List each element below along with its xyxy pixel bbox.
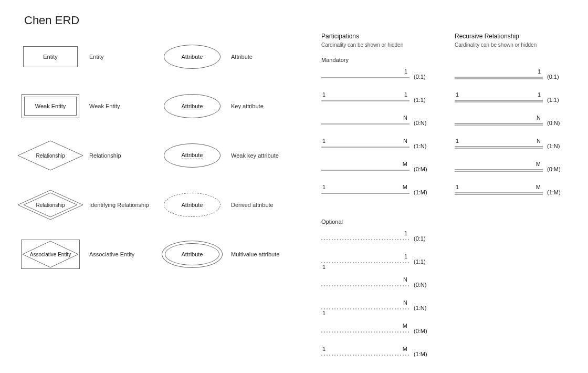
derived-attribute-ellipse: Attribute (164, 193, 220, 217)
cardinality-line: 1M(1:M) (321, 347, 437, 370)
cardinality-left: 1 (456, 184, 459, 190)
recursive-sub: Cardinality can be shown or hidden (455, 42, 537, 48)
identifying-relationship-diamond: Relationship (32, 186, 69, 223)
cardinality-line: 11(1:1) (321, 92, 437, 116)
cardinality-line: N(0:N) (321, 277, 437, 301)
cardinality-left: 1 (456, 91, 459, 98)
cardinality-right: N (397, 299, 407, 306)
cardinality-line: M(0:M) (455, 162, 570, 185)
cardinality-ratio: (1:N) (414, 143, 426, 149)
entity-rect: Entity (23, 46, 78, 67)
derived-attribute-shape: Attribute (161, 190, 224, 220)
legend-row: Associative Entity Associative Entity At… (19, 240, 313, 269)
cardinality-ratio: (0:N) (414, 120, 426, 126)
shape-label: Weak Entity (35, 103, 66, 109)
shape-desc: Identifying Relationship (89, 202, 158, 208)
cardinality-right: N (397, 115, 407, 121)
shape-desc: Weak Entity (89, 103, 158, 109)
shape-label: Attribute (182, 152, 203, 159)
shape-desc: Entity (89, 54, 158, 60)
participations-heading: Participations (321, 33, 359, 40)
shape-label: Relationship (17, 190, 83, 220)
shape-label: Associative Entity (30, 252, 71, 257)
participations-sub: Cardinality can be shown or hidden (321, 42, 403, 48)
mandatory-lines: 1(0:1)11(1:1)N(0:N)1N(1:N)M(0:M)1M(1:M) (321, 69, 437, 208)
weak-key-attribute-ellipse: Attribute (164, 143, 220, 168)
recursive-heading: Recursive Relationship (455, 33, 519, 40)
multivalue-outer: Attribute (162, 241, 223, 268)
shape-label: Entity (43, 54, 58, 60)
cardinality-line: 1(0:1) (455, 69, 570, 92)
cardinality-right: 1 (530, 68, 541, 75)
cardinality-right: N (397, 276, 407, 283)
cardinality-right: M (397, 323, 407, 329)
cardinality-line: 1(0:1) (321, 69, 437, 92)
legend-row: Relationship Identifying Relationship At… (19, 190, 313, 220)
cardinality-line: M(0:M) (321, 324, 437, 347)
cardinality-left: 1 (456, 138, 459, 144)
cardinality-line: M(0:M) (321, 162, 437, 185)
shape-label: Attribute (182, 251, 203, 257)
cardinality-right: 1 (397, 253, 407, 260)
cardinality-right: N (397, 138, 407, 144)
relationship-diamond: Relationship (32, 137, 69, 174)
key-attribute-ellipse: Attribute (164, 94, 220, 118)
cardinality-ratio: (1:M) (414, 351, 427, 357)
cardinality-line: N(0:N) (321, 116, 437, 139)
cardinality-right: N (530, 138, 541, 144)
cardinality-line: 1(0:1) (321, 231, 437, 254)
cardinality-ratio: (1:M) (414, 189, 427, 195)
cardinality-line: 1N(1:N) (455, 139, 570, 162)
weak-key-attribute-shape: Attribute (161, 141, 224, 170)
cardinality-ratio: (1:N) (547, 143, 560, 149)
cardinality-right: M (397, 346, 407, 352)
cardinality-ratio: (0:M) (414, 166, 427, 172)
shape-desc: Relationship (89, 152, 158, 159)
shape-desc: Weak key attribute (231, 152, 299, 159)
cardinality-line: 1N(1:N) (321, 139, 437, 162)
cardinality-left: 1 (322, 138, 326, 144)
cardinality-right: M (530, 161, 541, 167)
cardinality-right: N (530, 115, 541, 121)
entity-shape: Entity (19, 42, 82, 71)
optional-lines: 1(0:1)11(1:1)N(0:N)1N(1:N)M(0:M)1M(1:M) (321, 231, 437, 370)
cardinality-right: 1 (397, 68, 407, 75)
optional-heading: Optional (321, 219, 343, 225)
key-attribute-shape: Attribute (161, 91, 224, 121)
mandatory-heading: Mandatory (321, 57, 349, 63)
cardinality-ratio: (1:1) (414, 258, 426, 265)
shape-desc: Associative Entity (89, 251, 158, 257)
cardinality-ratio: (1:1) (414, 97, 426, 103)
cardinality-left: 1 (322, 91, 326, 98)
attribute-ellipse: Attribute (164, 45, 220, 69)
cardinality-ratio: (1:1) (547, 97, 559, 103)
multivalue-attribute-shape: Attribute (161, 240, 224, 269)
cardinality-line: N(0:N) (455, 116, 570, 139)
cardinality-ratio: (0:1) (547, 74, 559, 80)
weak-entity-outer: Weak Entity (22, 94, 79, 118)
shape-label: Attribute (182, 54, 203, 60)
cardinality-right: 1 (397, 91, 407, 98)
cardinality-ratio: (0:M) (414, 328, 427, 334)
legend-row: Relationship Relationship Attribute Weak… (19, 141, 313, 170)
associative-entity-rect: Associative Entity (21, 240, 80, 269)
cardinality-line: 11(1:1) (455, 92, 570, 116)
cardinality-ratio: (0:N) (414, 282, 426, 288)
shape-desc: Key attribute (231, 103, 299, 109)
shape-desc: Derived attribute (231, 202, 299, 208)
shape-label: Relationship (17, 140, 83, 171)
cardinality-right: M (397, 184, 407, 190)
shape-label: Attribute (182, 202, 203, 208)
weak-entity-shape: Weak Entity (19, 91, 82, 121)
cardinality-ratio: (0:N) (547, 120, 560, 126)
attribute-shape: Attribute (161, 42, 224, 71)
relationship-shape: Relationship (19, 141, 82, 170)
shape-desc: Multivalue attribute (231, 251, 299, 257)
cardinality-line: 1M(1:M) (321, 185, 437, 208)
recursive-lines: 1(0:1)11(1:1)N(0:N)1N(1:N)M(0:M)1M(1:M) (455, 69, 570, 208)
legend-row: Weak Entity Weak Entity Attribute Key at… (19, 91, 313, 121)
page-title: Chen ERD (24, 14, 79, 27)
shape-desc: Attribute (231, 54, 299, 60)
legend-row: Entity Entity Attribute Attribute (19, 42, 313, 71)
cardinality-right: M (397, 161, 407, 167)
